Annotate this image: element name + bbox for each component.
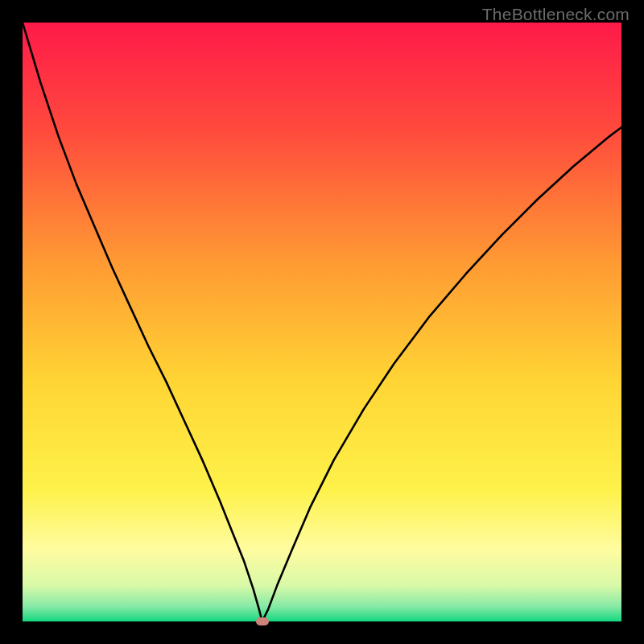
svg-rect-0 xyxy=(23,23,621,621)
min-marker xyxy=(256,617,269,625)
chart-frame xyxy=(23,23,621,621)
chart-background xyxy=(23,23,621,621)
watermark-text: TheBottleneck.com xyxy=(482,5,630,24)
